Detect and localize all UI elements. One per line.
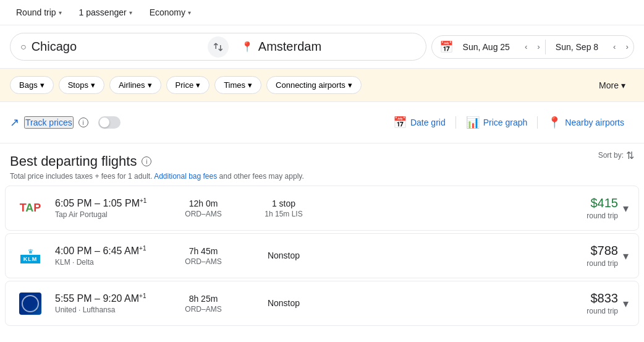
swap-button[interactable]	[208, 36, 229, 58]
class-button[interactable]: Economy ▾	[143, 5, 197, 20]
duration-time: 7h 45m	[166, 246, 240, 256]
stops-label: Stops	[68, 80, 88, 90]
flight-price: $415 round trip	[556, 196, 618, 220]
connecting-chevron-icon: ▾	[348, 80, 352, 90]
additional-bag-fees-link[interactable]: Additional bag fees	[154, 172, 217, 181]
flight-times: 6:05 PM – 1:05 PM+1 Tap Air Portugal	[55, 197, 166, 219]
nearby-airports-tab[interactable]: 📍 Nearby airports	[538, 111, 634, 134]
date-group: 📅 Sun, Aug 25 ‹ › Sun, Sep 8 ‹ ›	[431, 35, 634, 59]
results-subtitle: Total price includes taxes + fees for 1 …	[10, 172, 634, 181]
origin-text: Chicago	[32, 40, 77, 54]
date-end-next-button[interactable]: ›	[621, 37, 633, 56]
top-bar: Round trip ▾ 1 passenger ▾ Economy ▾	[0, 0, 644, 25]
toggle-thumb	[100, 118, 109, 127]
times-filter[interactable]: Times ▾	[214, 76, 261, 94]
track-prices-label: Track prices	[25, 118, 72, 127]
track-prices-button[interactable]: Track prices	[24, 116, 74, 129]
stops-filter[interactable]: Stops ▾	[59, 76, 104, 94]
flights-list: TAP 6:05 PM – 1:05 PM+1 Tap Air Portugal…	[0, 186, 644, 326]
expand-flight-button[interactable]: ▾	[623, 202, 629, 215]
results-title: Best departing flights i	[10, 153, 151, 169]
stops-detail: 1h 15m LIS	[240, 210, 327, 218]
price-type: round trip	[556, 259, 618, 268]
sort-by-label: Sort by:	[598, 151, 624, 160]
class-label: Economy	[150, 7, 185, 17]
flight-price: $788 round trip	[556, 244, 618, 268]
date-start-prev-button[interactable]: ‹	[520, 37, 532, 56]
passengers-button[interactable]: 1 passenger ▾	[73, 5, 138, 20]
flight-airline-name: Tap Air Portugal	[55, 210, 166, 219]
flight-card[interactable]: 5:55 PM – 9:20 AM+1 United · Lufthansa 8…	[5, 281, 639, 326]
expand-flight-button[interactable]: ▾	[623, 297, 629, 310]
duration-time: 12h 0m	[166, 199, 240, 208]
airline-logo: ♛ KLM	[15, 245, 45, 267]
track-prices-trend-icon: ↗	[10, 116, 19, 129]
date-end-prev-button[interactable]: ‹	[608, 37, 621, 56]
track-prices-info-icon[interactable]: i	[78, 118, 88, 127]
airline-logo-united	[19, 293, 41, 315]
flight-time-range: 6:05 PM – 1:05 PM+1	[55, 197, 166, 209]
class-chevron-icon: ▾	[188, 9, 191, 16]
duration-route: ORD–AMS	[166, 305, 240, 314]
flight-card[interactable]: ♛ KLM 4:00 PM – 6:45 AM+1 KLM · Delta 7h…	[5, 233, 639, 278]
date-grid-tab[interactable]: 📅 Date grid	[383, 111, 455, 134]
trip-type-chevron-icon: ▾	[59, 9, 62, 16]
price-graph-tab[interactable]: 📊 Price graph	[456, 111, 538, 134]
flight-airline-name: KLM · Delta	[55, 258, 166, 267]
flight-stops: Nonstop	[240, 250, 327, 262]
times-label: Times	[224, 80, 245, 90]
trip-type-label: Round trip	[16, 7, 56, 17]
nearby-airports-label: Nearby airports	[565, 118, 624, 127]
price-filter[interactable]: Price ▾	[166, 76, 210, 94]
date-end-button[interactable]: Sun, Sep 8	[546, 36, 608, 58]
date-start-button[interactable]: Sun, Aug 25	[453, 36, 520, 58]
track-prices-toggle[interactable]	[98, 116, 121, 129]
results-header: Best departing flights i Sort by: ⇅ Tota…	[0, 143, 644, 186]
stops-label: Nonstop	[240, 298, 327, 308]
flight-card[interactable]: TAP 6:05 PM – 1:05 PM+1 Tap Air Portugal…	[5, 186, 639, 231]
results-info-icon[interactable]: i	[142, 156, 151, 166]
price-type: round trip	[556, 212, 618, 220]
more-button[interactable]: More ▾	[590, 77, 634, 94]
date-grid-icon: 📅	[393, 116, 407, 129]
airlines-chevron-icon: ▾	[148, 80, 152, 90]
flight-times: 5:55 PM – 9:20 AM+1 United · Lufthansa	[55, 293, 166, 314]
filter-bar: Bags ▾ Stops ▾ Airlines ▾ Price ▾ Times …	[0, 69, 644, 102]
calendar-icon: 📅	[432, 40, 453, 54]
nearby-airports-icon: 📍	[548, 116, 561, 129]
bags-label: Bags	[19, 80, 38, 90]
search-bar: ○ Chicago 📍 Amsterdam 📅 Sun, Aug 25 ‹ › …	[0, 25, 644, 69]
passengers-chevron-icon: ▾	[129, 9, 132, 16]
flight-times: 4:00 PM – 6:45 AM+1 KLM · Delta	[55, 245, 166, 267]
flight-price: $833 round trip	[556, 291, 618, 315]
bags-filter[interactable]: Bags ▾	[10, 76, 54, 94]
origin-dot-icon: ○	[20, 41, 27, 53]
origin-input[interactable]: ○ Chicago	[11, 33, 205, 60]
price-chevron-icon: ▾	[196, 80, 200, 90]
connecting-filter[interactable]: Connecting airports ▾	[266, 76, 362, 94]
flight-duration: 7h 45m ORD–AMS	[166, 246, 240, 266]
passengers-label: 1 passenger	[79, 7, 127, 17]
airlines-label: Airlines	[119, 80, 145, 90]
times-chevron-icon: ▾	[248, 80, 252, 90]
airline-logo-klm: ♛ KLM	[20, 248, 41, 263]
airlines-filter[interactable]: Airlines ▾	[109, 76, 161, 94]
price-amount: $788	[556, 244, 618, 258]
destination-text: Amsterdam	[258, 40, 321, 54]
results-title-text: Best departing flights	[10, 153, 137, 169]
duration-route: ORD–AMS	[166, 257, 240, 266]
subtitle-text: Total price includes taxes + fees for 1 …	[10, 172, 152, 181]
date-start-next-button[interactable]: ›	[532, 37, 544, 56]
price-amount: $833	[556, 291, 618, 306]
subtitle-end: and other fees may apply.	[219, 172, 304, 181]
destination-input[interactable]: 📍 Amsterdam	[231, 33, 426, 60]
flight-stops: 1 stop 1h 15m LIS	[240, 199, 327, 218]
trip-type-button[interactable]: Round trip ▾	[10, 5, 68, 20]
connecting-label: Connecting airports	[276, 80, 345, 90]
expand-flight-button[interactable]: ▾	[623, 249, 629, 263]
price-type: round trip	[556, 307, 618, 315]
stops-chevron-icon: ▾	[91, 80, 95, 90]
price-label: Price	[176, 80, 194, 90]
sort-by[interactable]: Sort by: ⇅	[598, 150, 634, 161]
search-input-group: ○ Chicago 📍 Amsterdam	[10, 33, 426, 61]
